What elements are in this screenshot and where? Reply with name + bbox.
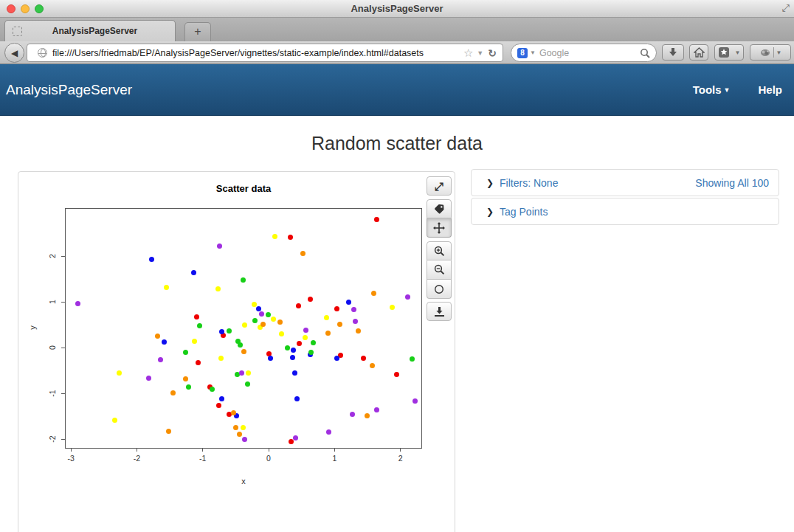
scatter-point-yellow[interactable] xyxy=(192,339,197,344)
scatter-point-yellow[interactable] xyxy=(252,302,257,307)
scatter-point-yellow[interactable] xyxy=(271,317,276,322)
scatter-point-green[interactable] xyxy=(238,342,243,348)
scatter-point-orange[interactable] xyxy=(325,331,331,336)
search-engine-dropdown-icon[interactable]: ▼ xyxy=(530,49,536,56)
scatter-point-blue[interactable] xyxy=(219,329,224,334)
bookmarks-button[interactable]: ▼ xyxy=(714,44,744,61)
plot-area[interactable]: -3-2-1012-2-1012 xyxy=(65,208,422,449)
scatter-point-yellow[interactable] xyxy=(279,331,284,336)
scatter-point-blue[interactable] xyxy=(334,356,339,361)
scatter-point-purple[interactable] xyxy=(412,398,418,404)
scatter-point-purple[interactable] xyxy=(293,435,298,441)
scatter-point-red[interactable] xyxy=(308,297,313,302)
scatter-point-green[interactable] xyxy=(285,345,290,350)
scatter-point-blue[interactable] xyxy=(149,257,154,262)
url-bar[interactable]: file:///Users/friedmab/EP/AnalysisPageSe… xyxy=(27,44,503,62)
zoom-out-button[interactable] xyxy=(427,260,452,280)
scatter-point-purple[interactable] xyxy=(146,376,151,381)
scatter-point-red[interactable] xyxy=(194,314,199,319)
scatter-point-blue[interactable] xyxy=(268,356,273,361)
scatter-point-orange[interactable] xyxy=(166,429,171,434)
scatter-point-blue[interactable] xyxy=(294,396,300,401)
scatter-point-blue[interactable] xyxy=(290,355,295,360)
scatter-point-purple[interactable] xyxy=(259,311,264,317)
scatter-point-purple[interactable] xyxy=(350,412,355,417)
scatter-point-orange[interactable] xyxy=(233,425,238,430)
back-button[interactable]: ◀ xyxy=(4,43,24,63)
scatter-point-orange[interactable] xyxy=(365,413,370,418)
scatter-point-yellow[interactable] xyxy=(218,356,224,361)
scatter-point-red[interactable] xyxy=(288,235,293,240)
downloads-button[interactable] xyxy=(662,44,684,61)
scatter-point-red[interactable] xyxy=(296,303,301,308)
select-circle-button[interactable] xyxy=(427,280,452,299)
filters-toggle-label[interactable]: Filters: None xyxy=(500,177,558,189)
scatter-point-blue[interactable] xyxy=(346,300,351,305)
scatter-point-red[interactable] xyxy=(289,439,294,444)
scatter-point-yellow[interactable] xyxy=(117,370,122,376)
scatter-point-green[interactable] xyxy=(227,328,232,334)
scatter-point-yellow[interactable] xyxy=(164,285,169,290)
scatter-point-purple[interactable] xyxy=(242,437,247,442)
app-brand[interactable]: AnalysisPageServer xyxy=(6,82,132,98)
search-bar[interactable]: 8 ▼ Google xyxy=(511,44,657,62)
scatter-point-orange[interactable] xyxy=(277,319,283,325)
scatter-point-purple[interactable] xyxy=(351,307,356,312)
scatter-point-orange[interactable] xyxy=(371,291,376,296)
scatter-point-orange[interactable] xyxy=(356,328,361,334)
search-placeholder[interactable]: Google xyxy=(539,48,640,58)
scatter-point-green[interactable] xyxy=(410,356,415,362)
tag-points-panel[interactable]: ❯ Tag Points xyxy=(471,198,779,225)
zoom-in-button[interactable] xyxy=(427,241,452,260)
scatter-point-yellow[interactable] xyxy=(112,418,117,423)
addon-dropdown-icon[interactable]: ▼ xyxy=(776,49,782,56)
scatter-point-blue[interactable] xyxy=(191,270,196,275)
scatter-point-green[interactable] xyxy=(266,312,271,317)
scatter-point-red[interactable] xyxy=(297,341,302,346)
scatter-point-orange[interactable] xyxy=(155,334,160,339)
scatter-point-green[interactable] xyxy=(245,381,250,387)
scatter-point-green[interactable] xyxy=(252,318,258,323)
google-engine-icon[interactable]: 8 xyxy=(517,48,528,58)
scatter-point-blue[interactable] xyxy=(162,339,167,345)
scatter-point-green[interactable] xyxy=(311,340,316,345)
download-plot-button[interactable] xyxy=(427,302,452,321)
url-dropdown-icon[interactable]: ▼ xyxy=(477,49,483,57)
tag-points-toggle-label[interactable]: Tag Points xyxy=(500,206,548,218)
scatter-point-green[interactable] xyxy=(197,323,202,328)
home-button[interactable] xyxy=(689,44,708,61)
showing-all-link[interactable]: Showing All 100 xyxy=(695,177,769,189)
scatter-point-yellow[interactable] xyxy=(246,370,251,376)
scatter-point-yellow[interactable] xyxy=(272,234,277,239)
scatter-point-orange[interactable] xyxy=(241,349,246,354)
scatter-point-purple[interactable] xyxy=(239,370,244,376)
scatter-point-orange[interactable] xyxy=(170,390,176,395)
tools-menu[interactable]: Tools▼ xyxy=(693,83,731,96)
scatter-point-red[interactable] xyxy=(374,217,379,222)
scatter-point-green[interactable] xyxy=(210,387,215,392)
scatter-point-red[interactable] xyxy=(216,403,221,408)
pan-tool-button[interactable] xyxy=(427,218,452,238)
scatter-point-orange[interactable] xyxy=(237,432,242,437)
scatter-point-green[interactable] xyxy=(186,384,191,390)
scatter-point-yellow[interactable] xyxy=(324,315,329,320)
scatter-point-yellow[interactable] xyxy=(303,335,308,340)
fullscreen-icon[interactable]: ⤢ xyxy=(782,2,790,14)
tag-tool-button[interactable] xyxy=(427,199,452,218)
scatter-point-green[interactable] xyxy=(308,350,314,355)
scatter-point-purple[interactable] xyxy=(217,243,222,249)
scatter-point-green[interactable] xyxy=(183,350,188,355)
scatter-point-orange[interactable] xyxy=(337,322,342,327)
scatter-point-blue[interactable] xyxy=(291,348,296,353)
bookmark-star-icon[interactable]: ☆ xyxy=(463,46,473,60)
scatter-point-red[interactable] xyxy=(394,372,399,377)
scatter-point-green[interactable] xyxy=(241,277,246,283)
scatter-point-yellow[interactable] xyxy=(242,322,247,328)
scatter-point-red[interactable] xyxy=(334,306,339,311)
new-tab-button[interactable]: + xyxy=(184,22,211,41)
scatter-point-orange[interactable] xyxy=(260,322,266,327)
scatter-point-red[interactable] xyxy=(196,360,201,365)
scatter-point-purple[interactable] xyxy=(326,429,331,435)
filters-panel[interactable]: ❯ Filters: None Showing All 100 xyxy=(471,169,779,196)
scatter-point-purple[interactable] xyxy=(353,319,358,324)
